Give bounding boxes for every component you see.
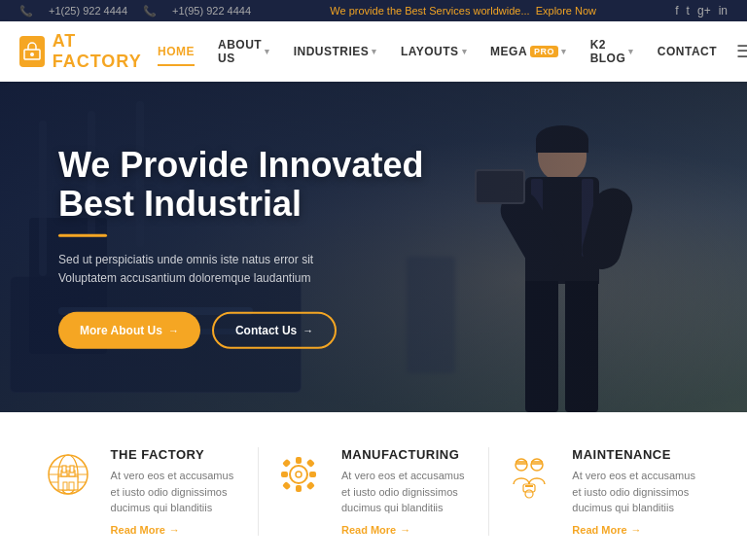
explore-link[interactable]: Explore Now	[536, 5, 596, 17]
phone2: +1(95) 922 4444	[172, 5, 251, 17]
nav-about[interactable]: ABOUT US ▾	[208, 32, 280, 71]
hero-content: We Provide Innovated Best Industrial Sed…	[58, 146, 423, 349]
chevron-down-icon: ▾	[462, 47, 468, 56]
service-divider-1	[258, 447, 259, 536]
svg-rect-10	[63, 482, 67, 490]
service-factory-content: THE FACTORY At vero eos et accusamus et …	[111, 447, 245, 536]
service-manufacturing: MANUFACTURING At vero eos et accusamus e…	[271, 447, 476, 536]
top-bar: 📞 +1(25) 922 4444 📞 +1(95) 922 4444 We p…	[0, 0, 747, 21]
chevron-down-icon: ▾	[628, 47, 634, 56]
hamburger-menu[interactable]: ☰	[730, 41, 747, 62]
service-maintenance-readmore[interactable]: Read More →	[572, 524, 706, 536]
svg-point-29	[525, 490, 533, 498]
svg-rect-13	[70, 466, 74, 472]
logo-text: AT FACTORY	[53, 31, 148, 72]
hero-section: We Provide Innovated Best Industrial Sed…	[0, 82, 747, 412]
svg-rect-20	[282, 459, 291, 468]
chevron-down-icon: ▾	[265, 47, 270, 56]
svg-rect-16	[296, 457, 302, 464]
logo-icon	[19, 36, 45, 67]
svg-rect-7	[58, 476, 78, 490]
hero-description: Sed ut perspiciatis unde omnis iste natu…	[58, 251, 370, 288]
svg-rect-17	[296, 485, 302, 492]
chevron-down-icon: ▾	[372, 47, 377, 56]
site-logo[interactable]: AT FACTORY	[19, 31, 148, 72]
service-maintenance-desc: At vero eos et accusamus et iusto odio d…	[572, 468, 706, 516]
service-manufacturing-desc: At vero eos et accusamus et iusto odio d…	[341, 468, 476, 516]
service-manufacturing-title: MANUFACTURING	[341, 447, 476, 462]
svg-rect-11	[69, 482, 74, 490]
site-header: AT FACTORY HOME ABOUT US ▾ INDUSTRIES ▾ …	[0, 21, 747, 82]
svg-rect-12	[62, 466, 66, 472]
social-linkedin[interactable]: in	[719, 4, 728, 18]
hero-contact-btn[interactable]: Contact Us →	[212, 311, 337, 348]
arrow-icon: →	[169, 524, 180, 536]
service-manufacturing-readmore[interactable]: Read More →	[341, 524, 476, 536]
social-twitter[interactable]: t	[687, 4, 690, 18]
social-facebook[interactable]: f	[675, 4, 678, 18]
service-factory-readmore[interactable]: Read More →	[111, 524, 245, 536]
main-nav: HOME ABOUT US ▾ INDUSTRIES ▾ LAYOUTS ▾ M…	[148, 32, 747, 71]
svg-rect-22	[282, 481, 291, 490]
svg-rect-27	[531, 461, 543, 465]
nav-blog[interactable]: K2 BLOG ▾	[581, 32, 644, 71]
service-manufacturing-content: MANUFACTURING At vero eos et accusamus e…	[341, 447, 476, 536]
arrow-icon: →	[400, 524, 410, 536]
hero-more-about-btn[interactable]: More About Us →	[58, 311, 200, 348]
service-factory-desc: At vero eos et accusamus et iusto odio d…	[111, 468, 245, 516]
service-maintenance-content: MAINTENANCE At vero eos et accusamus et …	[572, 447, 706, 536]
nav-mega[interactable]: MEGA PRO ▾	[480, 39, 577, 64]
svg-rect-18	[281, 472, 288, 477]
service-divider-2	[488, 447, 489, 536]
top-bar-promo: We provide the Best Services worldwide..…	[330, 5, 596, 17]
service-factory-title: THE FACTORY	[111, 447, 245, 462]
svg-point-14	[290, 466, 307, 483]
mega-badge: PRO	[530, 46, 558, 57]
maintenance-icon	[502, 447, 556, 502]
svg-rect-25	[516, 461, 527, 465]
phone-icon: 📞	[19, 5, 33, 18]
top-bar-contacts: 📞 +1(25) 922 4444 📞 +1(95) 922 4444	[19, 5, 251, 18]
arrow-right-icon: →	[168, 324, 179, 335]
hero-divider	[58, 234, 107, 237]
svg-rect-21	[306, 459, 315, 468]
hero-buttons: More About Us → Contact Us →	[58, 311, 423, 348]
phone-icon2: 📞	[143, 5, 157, 18]
svg-rect-23	[306, 481, 315, 490]
arrow-right-icon: →	[302, 324, 313, 335]
social-googleplus[interactable]: g+	[697, 4, 711, 18]
manufacturing-icon	[271, 447, 326, 502]
service-maintenance-title: MAINTENANCE	[572, 447, 706, 462]
social-links: f t g+ in	[675, 4, 728, 18]
nav-contact[interactable]: CONTACT	[648, 39, 727, 64]
svg-point-15	[296, 472, 302, 477]
nav-industries[interactable]: INDUSTRIES ▾	[284, 39, 387, 64]
factory-icon	[41, 447, 95, 502]
hero-title: We Provide Innovated Best Industrial	[58, 146, 423, 223]
service-factory: THE FACTORY At vero eos et accusamus et …	[41, 447, 245, 536]
nav-layouts[interactable]: LAYOUTS ▾	[391, 39, 477, 64]
phone1: +1(25) 922 4444	[49, 5, 127, 17]
nav-home[interactable]: HOME	[148, 39, 204, 64]
svg-rect-19	[309, 472, 316, 477]
arrow-icon: →	[631, 524, 642, 536]
svg-point-1	[30, 52, 34, 56]
chevron-down-icon: ▾	[561, 47, 567, 56]
service-maintenance: MAINTENANCE At vero eos et accusamus et …	[502, 447, 706, 536]
services-section: THE FACTORY At vero eos et accusamus et …	[0, 412, 747, 560]
